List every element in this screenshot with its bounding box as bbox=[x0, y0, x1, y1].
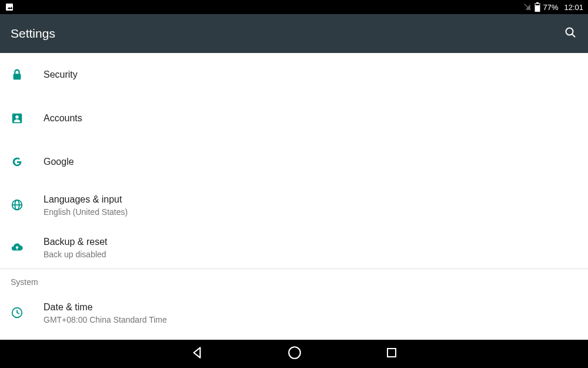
no-sim-icon bbox=[523, 2, 532, 12]
item-title: Backup & reset bbox=[44, 236, 108, 248]
status-bar: 77% 12:01 bbox=[0, 0, 588, 14]
status-bar-right: 77% 12:01 bbox=[523, 2, 583, 12]
item-title: Languages & input bbox=[44, 193, 128, 206]
photo-icon bbox=[5, 2, 14, 12]
settings-item-google[interactable]: Google bbox=[0, 140, 588, 184]
svg-point-17 bbox=[289, 347, 300, 359]
svg-rect-9 bbox=[14, 74, 21, 79]
svg-line-8 bbox=[572, 34, 575, 37]
item-subtitle: English (United States) bbox=[44, 207, 128, 217]
cloud-upload-icon bbox=[11, 241, 24, 254]
settings-item-date-time[interactable]: Date & time GMT+08:00 China Standard Tim… bbox=[0, 291, 588, 334]
settings-item-languages[interactable]: Languages & input English (United States… bbox=[0, 184, 588, 226]
item-subtitle: Back up disabled bbox=[44, 250, 108, 259]
clock-icon bbox=[11, 306, 24, 319]
svg-point-11 bbox=[15, 115, 19, 119]
settings-list: Security Accounts Google bbox=[0, 53, 588, 340]
search-icon bbox=[563, 25, 577, 39]
home-icon bbox=[287, 345, 302, 360]
settings-item-security[interactable]: Security bbox=[0, 53, 588, 97]
back-icon bbox=[189, 345, 205, 360]
item-title: Date & time bbox=[44, 301, 167, 314]
svg-point-7 bbox=[566, 28, 573, 35]
svg-rect-0 bbox=[6, 4, 13, 11]
recent-button[interactable] bbox=[385, 346, 399, 362]
back-button[interactable] bbox=[189, 345, 205, 363]
item-title: Accounts bbox=[44, 112, 82, 125]
status-bar-left bbox=[5, 2, 14, 12]
globe-icon bbox=[11, 198, 24, 211]
lock-icon bbox=[11, 68, 24, 81]
page-title: Settings bbox=[11, 26, 55, 41]
navigation-bar bbox=[0, 340, 588, 368]
home-button[interactable] bbox=[287, 345, 302, 363]
item-title: Security bbox=[44, 68, 78, 81]
app-bar: Settings bbox=[0, 14, 588, 53]
section-header-system: System bbox=[0, 269, 588, 291]
item-title: Google bbox=[44, 155, 74, 168]
battery-icon bbox=[534, 2, 540, 12]
clock: 12:01 bbox=[564, 3, 583, 12]
svg-rect-18 bbox=[387, 349, 396, 357]
settings-item-backup[interactable]: Backup & reset Back up disabled bbox=[0, 226, 588, 268]
settings-item-accounts[interactable]: Accounts bbox=[0, 97, 588, 140]
battery-percent: 77% bbox=[543, 3, 558, 12]
square-icon bbox=[385, 346, 399, 360]
search-button[interactable] bbox=[563, 25, 577, 42]
item-subtitle: GMT+08:00 China Standard Time bbox=[44, 315, 167, 324]
google-icon bbox=[11, 155, 24, 168]
person-icon bbox=[11, 112, 24, 125]
